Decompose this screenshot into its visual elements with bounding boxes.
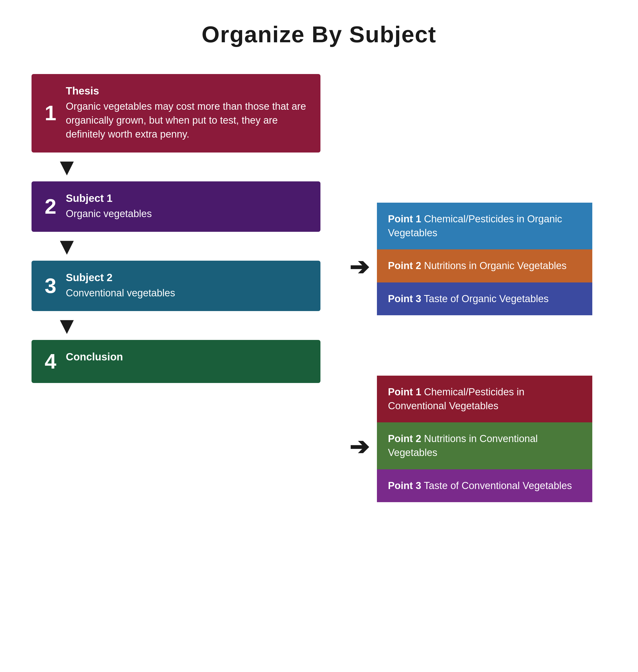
conv-point-3: Point 3 Taste of Conventional Vegetables (377, 469, 592, 502)
arrow-down-icon-2: ▼ (55, 235, 79, 258)
conv-p3-bold: Point 3 (388, 480, 421, 491)
thesis-card: 1 Thesis Organic vegetables may cost mor… (32, 74, 320, 153)
card-number-3: 3 (45, 275, 56, 296)
left-column: 1 Thesis Organic vegetables may cost mor… (32, 74, 320, 383)
subject2-content: Subject 2 Conventional vegetables (66, 272, 175, 300)
conv-point-2: Point 2 Nutritions in Conventional Veget… (377, 423, 592, 469)
page-title: Organize By Subject (32, 21, 606, 48)
arrow-right-icon-1: ➔ (349, 253, 369, 281)
card-number-2: 2 (45, 196, 56, 217)
subject1-label: Subject 1 (66, 192, 152, 204)
right-column: ➔ Point 1 Chemical/Pesticides in Organic… (341, 74, 592, 518)
organic-points-group: Point 1 Chemical/Pesticides in Organic V… (377, 203, 592, 315)
subject2-row: 3 Subject 2 Conventional vegetables (32, 261, 320, 311)
subject2-text: Conventional vegetables (66, 286, 175, 300)
organic-arrow-row: ➔ Point 1 Chemical/Pesticides in Organic… (341, 203, 592, 331)
conclusion-content: Conclusion (66, 351, 123, 365)
conventional-arrow-row: ➔ Point 1 Chemical/Pesticides in Convent… (341, 376, 592, 518)
organic-p3-text: Taste of Organic Vegetables (421, 293, 549, 304)
conclusion-card: 4 Conclusion (32, 340, 320, 383)
thesis-label: Thesis (66, 85, 307, 97)
subject1-card: 2 Subject 1 Organic vegetables (32, 182, 320, 232)
subject1-text: Organic vegetables (66, 207, 152, 221)
thesis-text: Organic vegetables may cost more than th… (66, 100, 307, 141)
conv-p3-text: Taste of Conventional Vegetables (421, 480, 572, 491)
conclusion-label: Conclusion (66, 351, 123, 363)
conv-point-1: Point 1 Chemical/Pesticides in Conventio… (377, 376, 592, 423)
conventional-points-group: Point 1 Chemical/Pesticides in Conventio… (377, 376, 592, 502)
conv-p1-bold: Point 1 (388, 386, 421, 397)
card-number-1: 1 (45, 103, 56, 124)
thesis-content: Thesis Organic vegetables may cost more … (66, 85, 307, 141)
card-number-4: 4 (45, 351, 56, 372)
subject2-card: 3 Subject 2 Conventional vegetables (32, 261, 320, 311)
subject1-content: Subject 1 Organic vegetables (66, 192, 152, 221)
organic-p2-text: Nutritions in Organic Vegetables (421, 260, 567, 271)
arrow-down-1: ▼ (32, 153, 79, 182)
subject1-row: 2 Subject 1 Organic vegetables (32, 182, 320, 232)
subject2-label: Subject 2 (66, 272, 175, 283)
right-spacer (341, 334, 592, 376)
arrow-down-icon-1: ▼ (55, 155, 79, 179)
conv-p2-bold: Point 2 (388, 433, 421, 444)
organic-p1-bold: Point 1 (388, 213, 421, 224)
organic-p3-bold: Point 3 (388, 293, 421, 304)
arrow-down-3: ▼ (32, 311, 79, 340)
arrow-down-2: ▼ (32, 232, 79, 261)
organic-p2-bold: Point 2 (388, 260, 421, 271)
arrow-right-icon-2: ➔ (349, 433, 369, 461)
organic-point-1: Point 1 Chemical/Pesticides in Organic V… (377, 203, 592, 249)
organic-point-3: Point 3 Taste of Organic Vegetables (377, 282, 592, 315)
arrow-down-icon-3: ▼ (55, 314, 79, 337)
main-layout: 1 Thesis Organic vegetables may cost mor… (32, 74, 606, 518)
organic-point-2: Point 2 Nutritions in Organic Vegetables (377, 249, 592, 282)
